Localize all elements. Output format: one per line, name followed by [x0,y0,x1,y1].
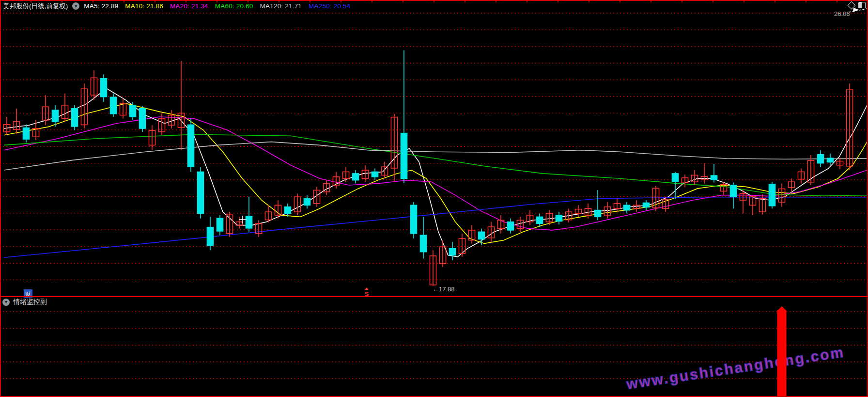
candle [508,222,514,230]
sub-panel-header: ▾ 情绪监控副 [2,298,47,306]
candle [304,199,310,206]
ma-label: MA10: 21.86 [125,2,163,10]
s-event-marker[interactable]: S [365,287,369,298]
candle [23,128,30,139]
max-price-label: 26.06 [834,10,850,17]
candle [827,158,834,162]
candle [420,235,427,252]
ma-label: MA20: 21.34 [170,2,208,10]
stock-title[interactable]: 美邦股份(日线,前复权) [3,2,68,11]
ma-label: MA250: 20.54 [309,2,350,10]
split-panel-icon[interactable] [858,2,866,8]
header-tools [849,2,866,8]
chevron-down-icon[interactable]: ▾ [2,299,10,306]
candle [556,215,562,221]
candle [217,218,223,231]
candle [101,79,107,97]
candle [246,216,252,228]
candle [52,110,59,122]
candle [450,249,456,255]
ma-line-MA120 [4,142,867,170]
candle [198,172,204,213]
candle [72,109,78,127]
chevron-down-icon[interactable]: ▾ [72,2,79,10]
candle [188,125,194,166]
max-price-pointer-line [849,9,867,12]
ma-line-MA20 [4,117,867,230]
window-border [0,0,868,397]
ma-values-row: MA5: 22.89MA10: 21.86MA20: 21.34MA60: 20… [84,2,350,10]
candles [4,50,853,286]
candle [672,174,679,182]
candle [110,97,117,113]
ma-line-MA10 [4,103,867,243]
candle [130,105,136,117]
candle [285,207,291,214]
ma-line-MA250 [4,197,867,258]
chart-header: 美邦股份(日线,前复权) ▾ MA5: 22.89MA10: 21.86MA20… [3,1,351,11]
cross-marker [239,216,247,223]
candle [624,205,630,210]
candle [401,133,407,179]
candle [730,185,737,197]
chart-canvas[interactable]: 26.06 ←17.88 S 财 www.gushichanghong.com [0,0,868,397]
ma-label: MA60: 20.60 [215,2,253,10]
low-price-label: ←17.88 [433,286,455,293]
candle [411,205,417,233]
candle [818,155,824,163]
tdx-window: 26.06 ←17.88 S 财 www.gushichanghong.com [0,0,868,397]
candle [595,210,601,217]
max-price-pointer-arrow [853,8,859,12]
candle [353,174,359,180]
candle [207,227,214,246]
candle [140,109,146,128]
candle [479,232,485,239]
candle [537,217,543,223]
sub-panel-label[interactable]: 情绪监控副 [13,298,47,306]
diamond-icon[interactable] [848,1,856,9]
candle [769,184,775,206]
ma-label: MA120: 21.71 [260,2,302,10]
candle [372,172,378,176]
watermark: www.gushichanghong.com [625,344,846,392]
signal-bar [777,306,787,396]
ma-label: MA5: 22.89 [84,2,118,10]
candle [711,175,717,180]
candle [643,203,650,207]
